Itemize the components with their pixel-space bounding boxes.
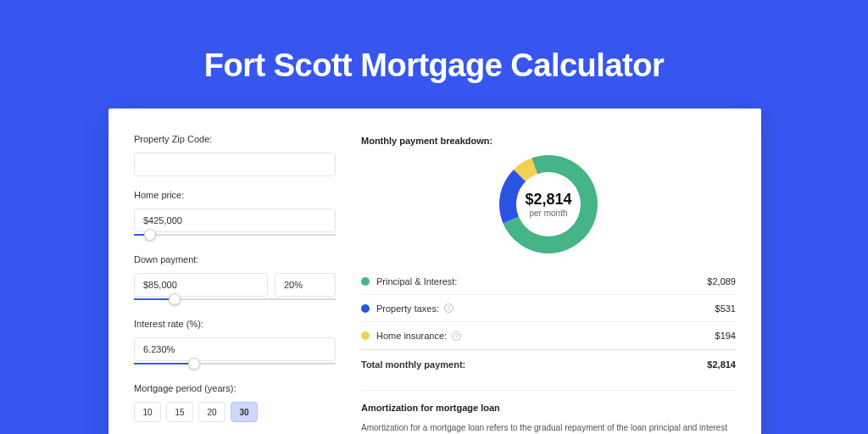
period-option-20[interactable]: 20 [198,402,225,422]
slider-thumb[interactable] [144,229,156,241]
slider-thumb[interactable] [169,293,181,305]
home-price-label: Home price: [134,190,336,200]
slider-thumb[interactable] [188,358,200,370]
donut-sub: per month [525,209,571,218]
donut-amount: $2,814 [525,191,571,209]
home-price-slider[interactable] [134,231,336,241]
interest-label: Interest rate (%): [134,319,336,329]
info-icon[interactable]: ? [444,303,453,313]
legend-row: Principal & Interest:$2,089 [361,268,736,295]
field-zip: Property Zip Code: [134,134,336,176]
form-column: Property Zip Code: Home price: Down paym… [134,134,336,434]
down-payment-percent-input[interactable] [275,273,336,297]
legend-label: Property taxes:? [376,303,715,314]
legend-value: $531 [715,303,736,314]
interest-input[interactable] [134,337,336,361]
legend: Principal & Interest:$2,089Property taxe… [361,268,736,349]
total-row: Total monthly payment: $2,814 [361,349,736,378]
period-option-30[interactable]: 30 [231,402,258,422]
interest-slider[interactable] [134,359,336,370]
field-interest: Interest rate (%): [134,319,336,370]
period-option-10[interactable]: 10 [134,402,161,422]
field-period: Mortgage period (years): 10152030 [134,383,336,422]
field-home-price: Home price: [134,190,336,241]
legend-value: $194 [715,331,736,341]
zip-label: Property Zip Code: [134,134,336,144]
breakdown-title: Monthly payment breakdown: [361,136,736,146]
amort-title: Amortization for mortgage loan [361,403,736,413]
amort-body: Amortization for a mortgage loan refers … [361,421,736,434]
donut-chart: $2,814 per month [361,151,736,258]
home-price-input[interactable] [134,209,336,232]
field-down-payment: Down payment: [134,254,336,305]
legend-label: Principal & Interest: [376,276,707,287]
legend-dot [361,331,370,340]
donut-center: $2,814 per month [525,191,571,218]
calculator-panel: Property Zip Code: Home price: Down paym… [108,108,761,434]
amortization-section: Amortization for mortgage loan Amortizat… [361,390,736,434]
legend-dot [361,304,370,313]
breakdown-column: Monthly payment breakdown: $2,814 per mo… [361,134,736,434]
total-value: $2,814 [707,359,736,370]
period-option-15[interactable]: 15 [166,402,193,422]
legend-dot [361,277,370,286]
legend-row: Property taxes:?$531 [361,295,736,322]
legend-value: $2,089 [707,276,736,287]
legend-label: Home insurance:? [376,331,715,341]
donut-slice [499,170,526,224]
period-label: Mortgage period (years): [134,383,336,393]
zip-input[interactable] [134,153,336,176]
legend-row: Home insurance:?$194 [361,322,736,349]
info-icon[interactable]: ? [452,331,461,341]
down-payment-slider[interactable] [134,295,336,305]
down-payment-amount-input[interactable] [134,273,268,297]
down-payment-label: Down payment: [134,254,336,264]
total-label: Total monthly payment: [361,359,707,370]
page-title: Fort Scott Mortgage Calculator [0,0,868,84]
period-group: 10152030 [134,402,336,422]
